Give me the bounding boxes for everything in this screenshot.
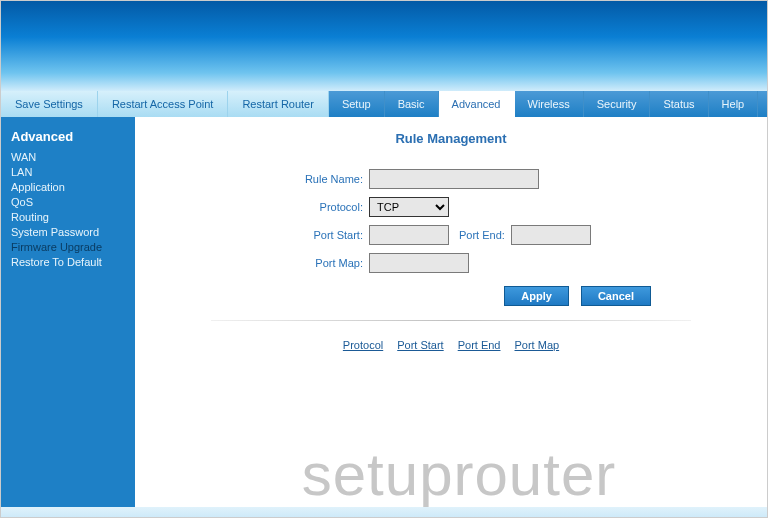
sidebar-item-application[interactable]: Application: [11, 180, 125, 195]
sidebar-item-restore-default[interactable]: Restore To Default: [11, 255, 125, 270]
col-port-map[interactable]: Port Map: [515, 339, 560, 351]
label-port-end: Port End:: [449, 229, 511, 241]
tab-setup[interactable]: Setup: [329, 91, 385, 117]
sidebar-item-firmware-upgrade[interactable]: Firmware Upgrade: [11, 240, 125, 255]
sidebar: Advanced WAN LAN Application QoS Routing…: [1, 117, 135, 517]
sidebar-heading: Advanced: [11, 129, 125, 144]
page-title: Rule Management: [159, 131, 743, 146]
port-map-input[interactable]: [369, 253, 469, 273]
label-port-start: Port Start:: [241, 229, 369, 241]
tab-advanced[interactable]: Advanced: [439, 91, 515, 117]
table-headers: Protocol Port Start Port End Port Map: [159, 339, 743, 351]
sidebar-item-lan[interactable]: LAN: [11, 165, 125, 180]
port-end-input[interactable]: [511, 225, 591, 245]
app-window: Save Settings Restart Access Point Resta…: [0, 0, 768, 518]
form: Rule Name: Protocol: TCP Port Start: Por…: [241, 168, 661, 274]
tab-security[interactable]: Security: [584, 91, 651, 117]
protocol-select[interactable]: TCP: [369, 197, 449, 217]
label-port-map: Port Map:: [241, 257, 369, 269]
sidebar-item-routing[interactable]: Routing: [11, 210, 125, 225]
divider: [211, 320, 691, 321]
sidebar-item-wan[interactable]: WAN: [11, 150, 125, 165]
navbar-right: Setup Basic Advanced Wireless Security S…: [329, 91, 767, 117]
restart-ap-button[interactable]: Restart Access Point: [98, 91, 229, 117]
col-port-end[interactable]: Port End: [458, 339, 501, 351]
button-row: Apply Cancel: [241, 286, 661, 306]
save-settings-button[interactable]: Save Settings: [1, 91, 98, 117]
label-protocol: Protocol:: [241, 201, 369, 213]
col-port-start[interactable]: Port Start: [397, 339, 443, 351]
sidebar-item-qos[interactable]: QoS: [11, 195, 125, 210]
footer-strip: [1, 507, 767, 517]
cancel-button[interactable]: Cancel: [581, 286, 651, 306]
navbar: Save Settings Restart Access Point Resta…: [1, 91, 767, 117]
navbar-left: Save Settings Restart Access Point Resta…: [1, 91, 329, 117]
port-start-input[interactable]: [369, 225, 449, 245]
main-content: Rule Management Rule Name: Protocol: TCP…: [135, 117, 767, 517]
tab-status[interactable]: Status: [650, 91, 708, 117]
sidebar-item-system-password[interactable]: System Password: [11, 225, 125, 240]
tab-basic[interactable]: Basic: [385, 91, 439, 117]
tab-wireless[interactable]: Wireless: [515, 91, 584, 117]
label-rule-name: Rule Name:: [241, 173, 369, 185]
restart-router-button[interactable]: Restart Router: [228, 91, 329, 117]
tab-help[interactable]: Help: [709, 91, 759, 117]
banner: [1, 1, 767, 91]
col-protocol[interactable]: Protocol: [343, 339, 383, 351]
body: Advanced WAN LAN Application QoS Routing…: [1, 117, 767, 517]
apply-button[interactable]: Apply: [504, 286, 569, 306]
rule-name-input[interactable]: [369, 169, 539, 189]
